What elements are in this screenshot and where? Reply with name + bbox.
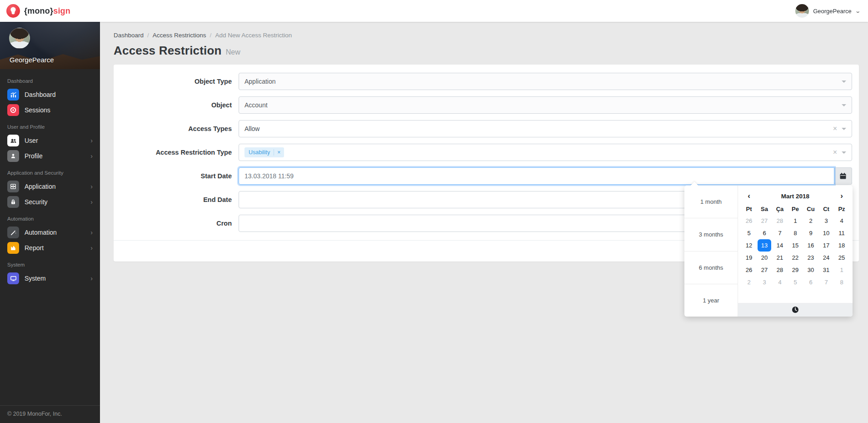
sidebar-item-label: Sessions (25, 106, 93, 114)
calendar-day[interactable]: 26 (742, 264, 756, 276)
brand-logo[interactable]: {mono}sign (6, 4, 70, 18)
calendar-day[interactable]: 9 (804, 227, 818, 239)
calendar-day[interactable]: 28 (773, 215, 787, 227)
sidebar-item-label: Security (25, 198, 85, 206)
calendar-day[interactable]: 8 (788, 227, 802, 239)
monosign-logo-icon (6, 4, 20, 18)
sidebar-item-label: Report (25, 244, 85, 252)
start-date-label: Start Date (123, 172, 239, 180)
calendar-day[interactable]: 5 (742, 227, 756, 239)
object-type-select[interactable]: Application (239, 73, 852, 90)
calendar-day[interactable]: 6 (804, 276, 818, 288)
weekday-label: Pt (741, 203, 757, 215)
calendar-day[interactable]: 6 (758, 227, 771, 239)
calendar-day[interactable]: 23 (804, 252, 818, 264)
chevron-right-icon: › (90, 137, 93, 144)
chevron-down-icon (842, 151, 846, 154)
tag-remove-icon[interactable]: × (274, 149, 284, 156)
calendar-day[interactable]: 11 (835, 227, 848, 239)
profile-name: GeorgePearce (10, 56, 54, 64)
chevron-down-icon: ⌄ (855, 8, 861, 14)
calendar-day[interactable]: 16 (804, 239, 818, 252)
calendar-day[interactable]: 2 (742, 276, 756, 288)
sidebar-section-label: User and Profile (0, 118, 100, 133)
wand-icon (7, 227, 19, 238)
breadcrumb-access-restrictions[interactable]: Access Restrictions (153, 32, 206, 39)
calendar-day[interactable]: 8 (835, 276, 848, 288)
restriction-type-select[interactable]: Usability × × (239, 144, 852, 161)
calendar-day[interactable]: 15 (788, 239, 802, 252)
calendar-day[interactable]: 1 (788, 215, 802, 227)
sidebar-item-profile[interactable]: Profile› (0, 148, 100, 164)
calendar-day[interactable]: 14 (773, 239, 787, 252)
calendar-day[interactable]: 19 (742, 252, 756, 264)
calendar-day[interactable]: 29 (788, 264, 802, 276)
calendar-day[interactable]: 4 (773, 276, 787, 288)
calendar-day[interactable]: 28 (773, 264, 787, 276)
calendar-day[interactable]: 12 (742, 239, 756, 252)
chevron-right-icon: › (90, 245, 93, 251)
calendar-day[interactable]: 27 (758, 264, 771, 276)
sidebar-item-system[interactable]: System› (0, 271, 100, 286)
prev-month-icon[interactable]: ‹ (744, 191, 753, 201)
start-date-input[interactable] (239, 167, 834, 185)
sidebar-item-user[interactable]: User› (0, 133, 100, 148)
sidebar-item-report[interactable]: Report› (0, 240, 100, 256)
calendar-day[interactable]: 10 (819, 227, 833, 239)
range-option-6-months[interactable]: 6 months (684, 251, 738, 284)
cron-label: Cron (123, 220, 239, 227)
breadcrumb-dashboard[interactable]: Dashboard (114, 32, 144, 39)
calendar-day[interactable]: 4 (835, 215, 848, 227)
user-menu[interactable]: GeorgePearce ⌄ (795, 4, 860, 18)
restriction-type-label: Access Restriction Type (123, 149, 239, 156)
calendar-day[interactable]: 3 (758, 276, 771, 288)
access-types-select[interactable]: Allow × (239, 120, 852, 137)
sidebar-item-security[interactable]: Security› (0, 194, 100, 210)
calendar-day-selected[interactable]: 13 (758, 239, 771, 252)
calendar-day[interactable]: 18 (835, 239, 848, 252)
calendar-day[interactable]: 7 (819, 276, 833, 288)
calendar-day[interactable]: 25 (835, 252, 848, 264)
calendar-icon (839, 172, 847, 180)
range-option-3-months[interactable]: 3 months (684, 218, 738, 251)
range-option-1-month[interactable]: 1 month (684, 186, 738, 218)
sidebar-nav: DashboardDashboardSessionsUser and Profi… (0, 69, 100, 405)
calendar-day[interactable]: 20 (758, 252, 771, 264)
weekday-label: Pe (788, 203, 803, 215)
clear-icon[interactable]: × (833, 149, 837, 156)
calendar-day[interactable]: 17 (819, 239, 833, 252)
calendar-day[interactable]: 22 (788, 252, 802, 264)
next-month-icon[interactable]: › (837, 191, 846, 201)
object-label: Object (123, 101, 239, 109)
chevron-right-icon: › (90, 275, 93, 282)
calendar-day[interactable]: 24 (819, 252, 833, 264)
page-title: Access Restriction (114, 44, 222, 58)
time-picker-button[interactable] (738, 303, 853, 317)
clear-icon[interactable]: × (833, 125, 837, 132)
sidebar-item-label: Dashboard (25, 91, 93, 98)
calendar-day[interactable]: 26 (742, 215, 756, 227)
calendar-day[interactable]: 1 (835, 264, 848, 276)
month-title[interactable]: Mart 2018 (753, 193, 837, 200)
end-date-label: End Date (123, 196, 239, 203)
sidebar-item-automation[interactable]: Automation› (0, 225, 100, 240)
sidebar-item-sessions[interactable]: Sessions (0, 102, 100, 118)
sidebar-section-label: Application and Security (0, 164, 100, 179)
calendar-day[interactable]: 7 (773, 227, 787, 239)
calendar-day[interactable]: 3 (819, 215, 833, 227)
calendar-day[interactable]: 31 (819, 264, 833, 276)
sidebar-item-label: User (25, 137, 85, 144)
sidebar-item-application[interactable]: Application› (0, 179, 100, 194)
user-name: GeorgePearce (813, 8, 852, 15)
object-select[interactable]: Account (239, 96, 852, 114)
calendar-day[interactable]: 27 (758, 215, 771, 227)
calendar-day[interactable]: 30 (804, 264, 818, 276)
calendar-day[interactable]: 2 (804, 215, 818, 227)
sidebar-item-label: Automation (25, 229, 85, 236)
calendar-button[interactable] (834, 167, 852, 185)
sidebar-item-dashboard[interactable]: Dashboard (0, 87, 100, 102)
calendar-day[interactable]: 21 (773, 252, 787, 264)
sidebar-item-label: System (25, 275, 85, 282)
calendar-day[interactable]: 5 (788, 276, 802, 288)
range-option-1-year[interactable]: 1 year (684, 284, 738, 317)
